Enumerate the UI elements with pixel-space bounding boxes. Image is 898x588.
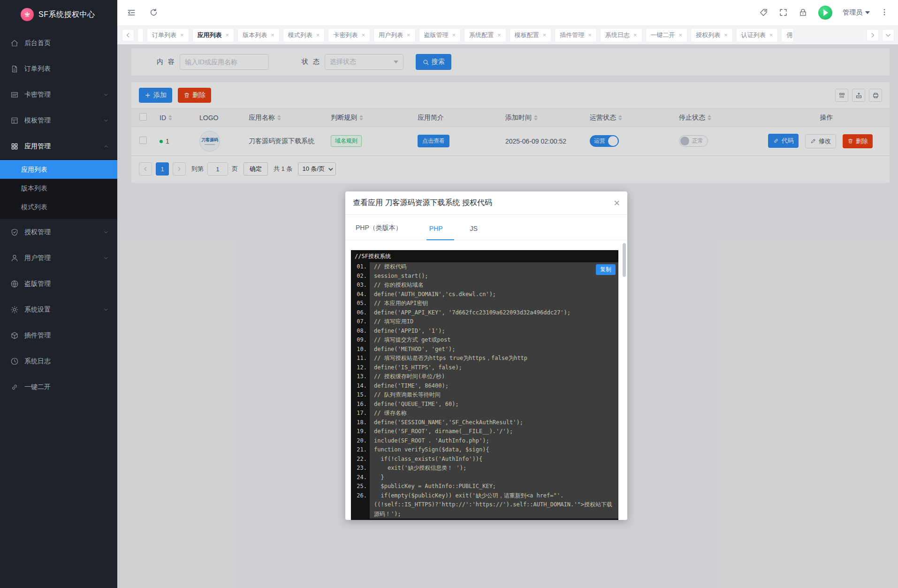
tab-close-icon[interactable]: ×: [543, 31, 547, 38]
sidebar-subitem-版本列表[interactable]: 版本列表: [0, 179, 117, 198]
tab-模式列表[interactable]: 模式列表×: [283, 28, 325, 42]
tab-盗版管理[interactable]: 盗版管理×: [419, 28, 461, 42]
code-line: 03.// 你的授权站域名: [351, 281, 618, 290]
tab-应用列表[interactable]: 应用列表×: [192, 28, 235, 42]
code-lines: 01.// 授权代码02.session_start();03.// 你的授权站…: [351, 262, 618, 519]
fullscreen-icon[interactable]: [779, 8, 788, 17]
tab-close-icon[interactable]: ×: [497, 31, 501, 38]
tab-系统日志[interactable]: 系统日志×: [600, 28, 642, 42]
tab-close-icon[interactable]: ×: [316, 31, 320, 38]
tab-close-icon[interactable]: ×: [407, 31, 411, 38]
sidebar-item-卡密管理[interactable]: 卡密管理: [0, 82, 117, 107]
chevron-down-icon: [103, 118, 109, 123]
modal-scrollbar-thumb[interactable]: [623, 243, 626, 277]
sidebar-item-一键二开[interactable]: 一键二开: [0, 374, 117, 400]
code-line: 20.include(SF_ROOT . 'AuthInfo.php');: [351, 436, 618, 446]
chevron-down-icon: [103, 307, 109, 313]
tabs-scroll-left-icon[interactable]: [122, 29, 134, 41]
tab-close-icon[interactable]: ×: [271, 31, 274, 38]
tab-插件管理[interactable]: 插件管理×: [555, 28, 597, 42]
chevron-up-icon: [103, 144, 109, 149]
tab-版本列表[interactable]: 版本列表×: [237, 28, 280, 42]
modal-tab-PHP[interactable]: PHP: [426, 225, 454, 240]
code-line: 11.// 填写授权站是否为https true为https，false为htt…: [351, 354, 618, 363]
auth-code-modal: 查看应用 刀客源码资源下载系统 授权代码 × PHP（类版本）PHPJS //S…: [345, 191, 627, 520]
app-logo-icon: [21, 8, 34, 21]
copy-button[interactable]: 复制: [596, 264, 616, 275]
chevron-down-icon: [103, 229, 109, 235]
modal-body: //SF授权系统 01.// 授权代码02.session_start();03…: [345, 240, 627, 520]
tab-close-icon[interactable]: ×: [724, 31, 728, 38]
code-line: 19.define('SF_ROOT', dirname(__FILE__).'…: [351, 427, 618, 436]
sidebar-item-系统设置[interactable]: 系统设置: [0, 297, 117, 322]
tabs-scroll-right-icon[interactable]: [867, 29, 879, 41]
code-line: 05.// 本应用的API密钥: [351, 299, 618, 308]
tab-close-icon[interactable]: ×: [588, 31, 592, 38]
modal-tab-PHP（类版本）[interactable]: PHP（类版本）: [353, 224, 413, 240]
sidebar-item-模板管理[interactable]: 模板管理: [0, 107, 117, 133]
code-line: 10.define('METHOD', 'get');: [351, 345, 618, 354]
tab-用户列表[interactable]: 用户列表×: [373, 28, 416, 42]
code-line: 17.// 缓存名称: [351, 409, 618, 418]
sidebar-item-系统日志[interactable]: 系统日志: [0, 348, 117, 374]
sidebar-item-用户管理[interactable]: 用户管理: [0, 245, 117, 271]
sidebar-item-后台首页[interactable]: 后台首页: [0, 30, 117, 56]
tab-clipped[interactable]: [137, 28, 144, 42]
topbar: 管理员: [117, 0, 898, 26]
lock-icon[interactable]: [799, 8, 808, 17]
tab-close-icon[interactable]: ×: [226, 31, 229, 38]
code-line: 15.// 队列查询最长等待时间: [351, 390, 618, 400]
tab-认证列表[interactable]: 认证列表×: [736, 28, 778, 42]
code-line: 12.define('IS_HTTPS', false);: [351, 363, 618, 373]
code-line: 23. exit('缺少授权信息类！ ');: [351, 464, 618, 473]
close-icon[interactable]: ×: [614, 198, 620, 208]
tab-卡密列表[interactable]: 卡密列表×: [328, 28, 370, 42]
sidebar-item-应用管理[interactable]: 应用管理: [0, 133, 117, 159]
app-title: SF系统授权中心: [38, 10, 95, 20]
file-icon: [10, 65, 19, 73]
caret-down-icon: [865, 11, 870, 14]
content-area: 内 容 状 态 选择状态 搜索 添加: [117, 45, 898, 588]
tab-close-icon[interactable]: ×: [452, 31, 456, 38]
user-icon: [10, 254, 19, 262]
globe-icon: [10, 280, 19, 288]
sidebar-item-插件管理[interactable]: 插件管理: [0, 322, 117, 348]
tab-模板配置[interactable]: 模板配置×: [510, 28, 552, 42]
tab-佣[interactable]: 佣: [781, 28, 794, 42]
code-line: 01.// 授权代码: [351, 262, 618, 272]
tab-订单列表[interactable]: 订单列表×: [147, 28, 189, 42]
code-block: //SF授权系统 01.// 授权代码02.session_start();03…: [351, 250, 618, 520]
tab-close-icon[interactable]: ×: [769, 31, 773, 38]
tab-bar: 订单列表×应用列表×版本列表×模式列表×卡密列表×用户列表×盗版管理×系统配置×…: [117, 26, 898, 45]
collapse-sidebar-icon[interactable]: [127, 8, 136, 17]
sidebar-item-盗版管理[interactable]: 盗版管理: [0, 271, 117, 297]
sidebar-item-授权管理[interactable]: 授权管理: [0, 219, 117, 245]
modal-tab-JS[interactable]: JS: [467, 225, 489, 240]
tab-close-icon[interactable]: ×: [361, 31, 365, 38]
refresh-icon[interactable]: [149, 8, 159, 17]
admin-menu[interactable]: 管理员: [843, 8, 870, 17]
tab-一键二开[interactable]: 一键二开×: [646, 28, 688, 42]
code-line: 26. if(empty($publicKey)) exit('缺少公玥，请重新…: [351, 491, 618, 519]
code-line: 04.define('AUTH_DOMAIN','cs.dkewl.cn');: [351, 290, 618, 299]
apps-icon: [10, 142, 19, 151]
tab-close-icon[interactable]: ×: [633, 31, 637, 38]
tab-close-icon[interactable]: ×: [679, 31, 683, 38]
sidebar-subitem-应用列表[interactable]: 应用列表: [0, 160, 117, 179]
topbar-left: [127, 8, 159, 17]
app-root: SF系统授权中心 后台首页订单列表卡密管理模板管理应用管理应用列表版本列表模式列…: [0, 0, 898, 588]
code-line: 02.session_start();: [351, 272, 618, 281]
user-avatar[interactable]: [818, 6, 832, 20]
tab-授权列表[interactable]: 授权列表×: [691, 28, 733, 42]
tab-close-icon[interactable]: ×: [180, 31, 184, 38]
code-header: //SF授权系统: [351, 250, 618, 262]
main-column: 管理员 订单列表×应用列表×版本列表×模式列表×卡密列表×用户列表×盗版管理×系…: [117, 0, 898, 588]
tab-系统配置[interactable]: 系统配置×: [464, 28, 506, 42]
sidebar-item-订单列表[interactable]: 订单列表: [0, 56, 117, 82]
card-icon: [10, 91, 19, 99]
tabs-menu-icon[interactable]: [882, 29, 894, 41]
sidebar-subitem-模式列表[interactable]: 模式列表: [0, 198, 117, 216]
tag-icon[interactable]: [759, 8, 769, 17]
chevron-down-icon: [103, 255, 109, 261]
more-icon[interactable]: [880, 8, 890, 17]
